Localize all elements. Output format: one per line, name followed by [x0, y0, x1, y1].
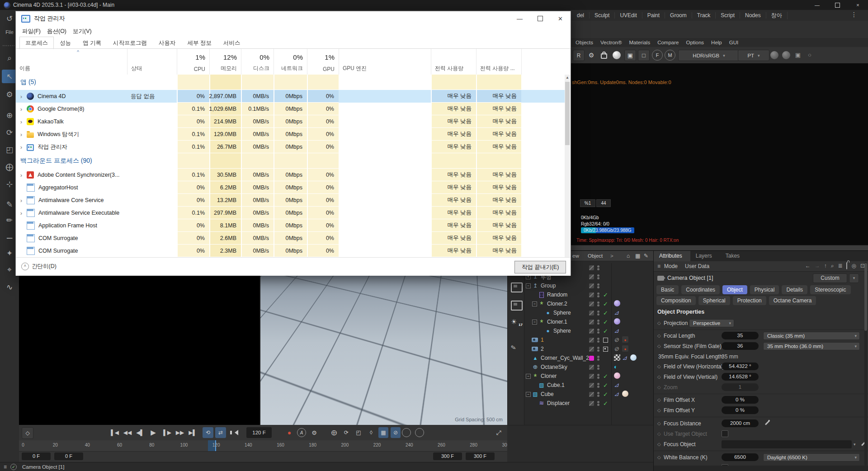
- object-tags[interactable]: [614, 382, 620, 388]
- object-row[interactable]: 2: [524, 344, 654, 353]
- pen-icon[interactable]: ✎: [510, 343, 522, 353]
- film-icon[interactable]: ▦: [378, 427, 388, 438]
- horizontal-scrollbar[interactable]: [571, 245, 868, 250]
- key-diamond-icon[interactable]: ◇: [657, 320, 661, 325]
- object-name[interactable]: Sphere: [553, 328, 571, 334]
- object-tags[interactable]: [614, 318, 620, 325]
- process-row[interactable]: › 작업 관리자 0.1% 26.7MB 0MB/s 0Mbps 0% 매우 낮…: [16, 141, 566, 153]
- expand-chevron-icon[interactable]: ›: [18, 210, 25, 217]
- attribute-tab-pill[interactable]: Physical: [750, 285, 779, 294]
- object-name[interactable]: Group: [541, 283, 556, 289]
- object-name[interactable]: Cube: [541, 391, 554, 397]
- visibility-dots[interactable]: [597, 319, 599, 325]
- enable-check-icon[interactable]: [603, 292, 609, 297]
- scroll-up-icon[interactable]: ▲: [565, 75, 570, 81]
- material-settings-icon[interactable]: M: [665, 50, 675, 61]
- fov-vertical-input[interactable]: 14.6528 °: [722, 373, 759, 381]
- light-icon[interactable]: ☀17: [511, 318, 521, 326]
- perspective-viewport[interactable]: Grid Spacing: 500 cm: [260, 276, 507, 425]
- focal-length-input[interactable]: 35: [722, 332, 759, 339]
- layer-toggle[interactable]: [589, 365, 594, 370]
- column-gpu-engine[interactable]: GPU 엔진: [339, 49, 431, 75]
- menu-item[interactable]: Help: [708, 40, 726, 45]
- play-icon[interactable]: ▶: [147, 427, 159, 438]
- menu-item[interactable]: UVEdit: [615, 12, 642, 19]
- enable-check-icon[interactable]: [603, 264, 609, 270]
- layer-toggle[interactable]: [589, 374, 594, 379]
- keyframe-icon[interactable]: ◇: [22, 427, 33, 439]
- lock-icon[interactable]: [846, 263, 847, 269]
- enable-check-icon[interactable]: [603, 328, 609, 333]
- object-box-icon[interactable]: □: [638, 50, 650, 61]
- prev-key-icon[interactable]: ◀◀: [122, 427, 133, 438]
- attribute-tab-pill[interactable]: Object: [722, 285, 747, 294]
- range-end-field[interactable]: 300 F: [433, 452, 462, 460]
- layer-toggle[interactable]: [589, 320, 594, 325]
- record-position-icon[interactable]: ⨁: [329, 427, 339, 438]
- object-tags[interactable]: [614, 391, 628, 397]
- object-name[interactable]: Corner_Cyc_Wall_2: [541, 355, 589, 361]
- menu-item[interactable]: Track: [692, 12, 716, 19]
- process-row[interactable]: › Adobe Content Synchronizer(3... 0.1% 3…: [16, 169, 566, 181]
- panel-tab[interactable]: Layers: [690, 251, 720, 261]
- sculpt-pen-icon[interactable]: ✏: [2, 213, 17, 227]
- visibility-dots[interactable]: [597, 373, 599, 380]
- object-row[interactable]: Sphere: [524, 308, 654, 317]
- object-name[interactable]: Cube.1: [547, 382, 565, 388]
- rotate-tool-icon[interactable]: ⟳: [2, 126, 17, 139]
- column-power-trend[interactable]: 전력 사용량 ...: [476, 49, 521, 75]
- hamburger-icon[interactable]: ≡: [657, 263, 660, 269]
- back-arrow-icon[interactable]: ←: [805, 263, 811, 269]
- attribute-tab-pill[interactable]: Basic: [656, 285, 679, 294]
- panel-tab[interactable]: Attributes: [654, 251, 690, 261]
- enable-check-icon[interactable]: [603, 355, 609, 360]
- scrollbar-thumb[interactable]: [565, 82, 570, 145]
- magnet-tool-icon[interactable]: ⌖: [2, 263, 17, 277]
- layer-toggle[interactable]: [589, 292, 594, 297]
- preset-caret-icon[interactable]: ▾: [849, 273, 859, 283]
- layer-toggle[interactable]: [589, 283, 594, 288]
- kernel-dropdown[interactable]: PT▾: [738, 50, 769, 61]
- edit-icon[interactable]: ✎: [644, 253, 648, 259]
- attribute-tab-pill[interactable]: Octane Camera: [769, 296, 816, 305]
- object-row[interactable]: Displacer: [524, 399, 654, 408]
- projection-dropdown[interactable]: Perspective: [689, 319, 734, 327]
- layer-toggle[interactable]: [589, 329, 594, 334]
- sound-icon[interactable]: [230, 427, 241, 438]
- menu-item[interactable]: Compare: [654, 40, 682, 45]
- tab[interactable]: 사용자: [153, 37, 182, 49]
- material-sphere-icon[interactable]: [612, 50, 622, 60]
- minimize-icon[interactable]: —: [807, 0, 827, 10]
- attribute-tab-pill[interactable]: Spherical: [698, 296, 730, 305]
- object-name[interactable]: Cloner.2: [547, 301, 567, 307]
- brush-tool-icon[interactable]: ✦: [2, 246, 17, 260]
- enable-check-icon[interactable]: [603, 373, 609, 378]
- key-diamond-icon[interactable]: ◇: [657, 397, 661, 402]
- character-tool-icon[interactable]: ⚊: [2, 229, 17, 243]
- preset-dropdown[interactable]: Custom: [813, 273, 847, 283]
- menu-item[interactable]: Paint: [642, 12, 665, 19]
- timeline-ruler[interactable]: 0204060801001201401601802002202402602803…: [19, 440, 507, 452]
- zoom-tool-icon[interactable]: ⌕: [2, 52, 17, 65]
- object-name[interactable]: Random: [547, 292, 567, 298]
- attribute-tab-pill[interactable]: Composition: [656, 296, 696, 305]
- render-region-icon[interactable]: [511, 301, 523, 311]
- visibility-dots[interactable]: [597, 364, 599, 371]
- goto-end-icon[interactable]: ▶▌: [187, 427, 198, 438]
- object-name[interactable]: Cloner.1: [547, 319, 567, 325]
- visibility-dots[interactable]: [597, 346, 599, 353]
- record-circle-icon[interactable]: [415, 427, 425, 438]
- object-name[interactable]: 2: [541, 346, 544, 352]
- focus-object-field[interactable]: [722, 440, 852, 448]
- key-diamond-icon[interactable]: ◇: [657, 374, 661, 379]
- record-circle-icon[interactable]: [401, 427, 411, 438]
- sensor-size-input[interactable]: 36: [722, 342, 759, 350]
- object-row[interactable]: Corner_Cyc_Wall_2: [524, 353, 654, 363]
- expand-toggle-icon[interactable]: [532, 320, 537, 325]
- enable-check-icon[interactable]: [603, 273, 609, 279]
- object-name[interactable]: 1: [541, 337, 544, 343]
- key-diamond-icon[interactable]: ◇: [657, 364, 661, 369]
- film-offset-y-input[interactable]: 0 %: [722, 406, 759, 414]
- object-row[interactable]: Cloner: [524, 372, 654, 381]
- process-row[interactable]: › Antimalware Core Service 0% 13.2MB 0MB…: [16, 194, 566, 207]
